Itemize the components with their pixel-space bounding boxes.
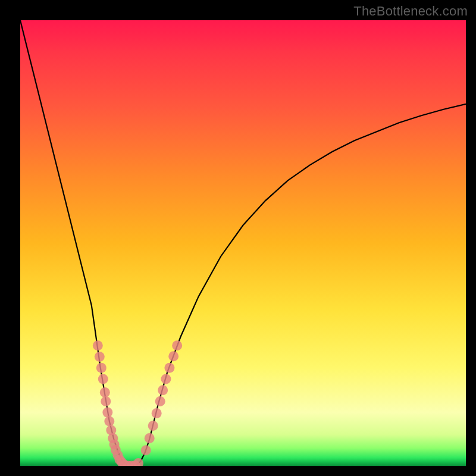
marker-dot <box>145 433 155 443</box>
marker-dot <box>141 445 151 455</box>
plot-area <box>20 20 466 466</box>
marker-dot <box>96 363 107 373</box>
marker-dot <box>101 396 111 406</box>
marker-dot <box>168 351 178 361</box>
marker-dot <box>172 340 182 350</box>
bottleneck-curve <box>20 20 466 466</box>
chart-frame: TheBottleneck.com <box>0 0 476 476</box>
chart-svg <box>20 20 466 466</box>
marker-dot <box>158 385 168 395</box>
watermark-text: TheBottleneck.com <box>353 4 468 19</box>
marker-dot <box>152 408 162 418</box>
marker-dot <box>102 408 112 418</box>
marker-dot <box>93 340 103 350</box>
marker-dot <box>148 421 158 431</box>
marker-dots <box>93 340 182 466</box>
marker-dot <box>161 374 171 384</box>
marker-dot <box>155 396 165 406</box>
marker-dot <box>164 363 174 373</box>
marker-dot <box>100 387 110 397</box>
marker-dot <box>95 352 105 362</box>
marker-dot <box>104 416 114 427</box>
marker-dot <box>98 374 108 384</box>
